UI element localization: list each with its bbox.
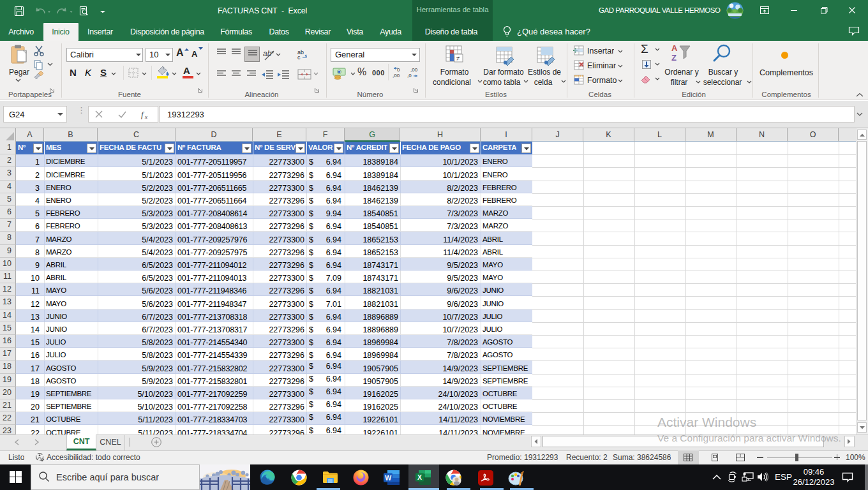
svg-text:0: 0 xyxy=(397,67,400,73)
svg-text:X: X xyxy=(417,473,422,481)
svg-text:x: x xyxy=(144,114,147,120)
svg-text:≠: ≠ xyxy=(456,55,460,62)
svg-text:,0: ,0 xyxy=(407,73,412,78)
svg-text:c: c xyxy=(297,54,301,61)
svg-text:ab: ab xyxy=(263,49,272,58)
svg-text:A: A xyxy=(671,43,678,53)
svg-text:W: W xyxy=(385,474,391,482)
svg-text:,00: ,00 xyxy=(393,73,400,78)
svg-text:Z: Z xyxy=(671,53,677,63)
